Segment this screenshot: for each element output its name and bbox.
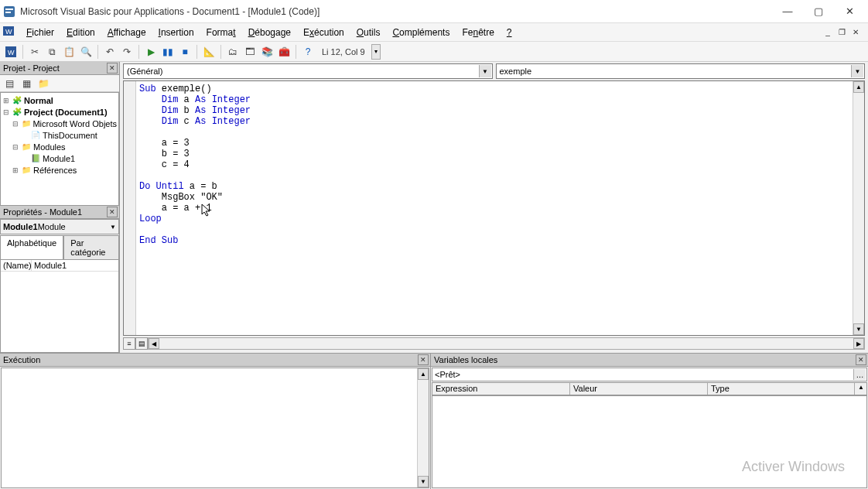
properties-window-button[interactable]: 🗔 <box>242 44 258 60</box>
reset-button[interactable]: ■ <box>177 44 193 60</box>
locals-window-title: Variables locales <box>434 355 497 364</box>
tree-modules-folder[interactable]: Modules <box>33 142 66 152</box>
svg-text:W: W <box>8 49 15 56</box>
menu-affichage[interactable]: Affichage <box>101 25 152 40</box>
margin-indicator-bar[interactable] <box>124 81 136 335</box>
vertical-scrollbar[interactable]: ▲ ▼ <box>417 368 429 487</box>
svg-rect-2 <box>5 12 11 13</box>
vertical-scrollbar[interactable]: ▲ ▼ <box>853 81 864 335</box>
scroll-left-button[interactable]: ◀ <box>149 338 159 349</box>
titlebar: Microsoft Visual Basic pour Applications… <box>0 0 868 23</box>
menu-execution[interactable]: Exécution <box>297 25 350 40</box>
locals-window-header: Variables locales ✕ <box>431 354 868 367</box>
properties-grid[interactable]: (Name) Module1 <box>0 259 119 353</box>
svg-rect-1 <box>5 9 13 10</box>
procedure-combo[interactable]: exemple ▼ <box>496 63 866 79</box>
menu-fenetre[interactable]: Fenêtre <box>456 25 500 40</box>
svg-text:W: W <box>5 28 12 36</box>
locals-window-close-button[interactable]: ✕ <box>856 354 866 365</box>
immediate-window-body[interactable]: ▲ ▼ <box>1 368 429 488</box>
project-panel-header: Projet - Project ✕ <box>0 62 119 75</box>
break-button[interactable]: ▮▮ <box>160 44 176 60</box>
undo-button[interactable]: ↶ <box>102 44 118 60</box>
locals-window: Variables locales ✕ <Prêt> … Expression … <box>431 354 868 489</box>
object-combo[interactable]: (Général) ▼ <box>123 63 493 79</box>
menu-outils[interactable]: Outils <box>350 25 387 40</box>
immediate-window-header: Exécution ✕ <box>0 354 430 367</box>
view-word-button[interactable]: W <box>3 44 19 60</box>
minimize-button[interactable]: — <box>772 1 803 22</box>
tree-word-objects[interactable]: Microsoft Word Objets <box>32 119 117 128</box>
col-expression[interactable]: Expression <box>432 383 570 395</box>
tree-project[interactable]: Project (Document1) <box>24 108 108 117</box>
scroll-down-button[interactable]: ▼ <box>853 323 864 335</box>
find-button[interactable]: 🔍 <box>78 44 94 60</box>
menu-insertion[interactable]: Insertion <box>152 25 200 40</box>
object-browser-button[interactable]: 📚 <box>259 44 275 60</box>
tab-par-categorie[interactable]: Par catégorie <box>63 235 119 259</box>
project-explorer-button[interactable]: 🗂 <box>225 44 241 60</box>
toolbar-dropdown[interactable]: ▾ <box>371 44 381 60</box>
copy-button[interactable]: ⧉ <box>44 44 60 60</box>
view-word-icon[interactable]: W <box>3 25 15 39</box>
tab-alphabetique[interactable]: Alphabétique <box>0 235 63 259</box>
menu-debogage[interactable]: Débogage <box>242 25 297 40</box>
locals-ready-row: <Prêt> … <box>432 368 867 381</box>
code-area: (Général) ▼ exemple ▼ Sub exemple() Dim … <box>120 62 868 353</box>
locals-columns-header: Expression Valeur Type ▲ <box>432 382 867 395</box>
col-type[interactable]: Type <box>708 383 855 395</box>
menu-fichier[interactable]: Fichier <box>20 25 60 40</box>
run-button[interactable]: ▶ <box>143 44 159 60</box>
scroll-down-button[interactable]: ▼ <box>418 476 429 487</box>
properties-panel-header: Propriétés - Module1 ✕ <box>0 206 119 219</box>
close-button[interactable]: ✕ <box>834 1 865 22</box>
scroll-right-button[interactable]: ▶ <box>853 338 864 349</box>
tree-normal[interactable]: Normal <box>24 96 53 105</box>
mdi-minimize-button[interactable]: _ <box>822 26 834 39</box>
scroll-up-button[interactable]: ▲ <box>418 368 429 380</box>
design-mode-button[interactable]: 📐 <box>201 44 217 60</box>
col-valeur[interactable]: Valeur <box>570 383 708 395</box>
mdi-close-button[interactable]: ✕ <box>849 26 862 39</box>
project-panel-title: Projet - Project <box>3 63 60 73</box>
project-tree[interactable]: ⊞🧩Normal ⊟🧩Project (Document1) ⊟📁Microso… <box>0 92 119 206</box>
cut-button[interactable]: ✂ <box>27 44 43 60</box>
properties-panel-close-button[interactable]: ✕ <box>107 207 118 217</box>
procedure-view-button[interactable]: ≡ <box>123 337 135 350</box>
tree-thisdocument[interactable]: ThisDocument <box>43 131 97 140</box>
prop-name-value[interactable]: Module1 <box>32 260 69 271</box>
paste-button[interactable]: 📋 <box>61 44 77 60</box>
menu-edition[interactable]: Edition <box>60 25 101 40</box>
toolbox-button[interactable]: 🧰 <box>276 44 292 60</box>
tree-references[interactable]: Références <box>33 166 77 175</box>
horizontal-scrollbar[interactable]: ◀ ▶ <box>148 337 865 350</box>
immediate-window-title: Exécution <box>3 355 40 364</box>
project-explorer-panel: Projet - Project ✕ ▤ ▦ 📁 ⊞🧩Normal ⊟🧩Proj… <box>0 62 119 206</box>
locals-expand-button[interactable]: … <box>853 369 866 380</box>
scroll-up-button[interactable]: ▲ <box>853 81 864 93</box>
tree-module1[interactable]: Module1 <box>43 154 75 163</box>
help-button[interactable]: ? <box>300 44 316 60</box>
view-code-button[interactable]: ▤ <box>2 76 17 91</box>
view-object-button[interactable]: ▦ <box>19 76 34 91</box>
chevron-down-icon[interactable]: ▼ <box>851 65 863 77</box>
menu-complements[interactable]: Compléments <box>386 25 456 40</box>
menu-format[interactable]: Format <box>200 25 242 40</box>
menubar: W Fichier Edition Affichage Insertion Fo… <box>0 23 868 42</box>
locals-body[interactable] <box>432 395 867 488</box>
scroll-up-button[interactable]: ▲ <box>855 383 866 395</box>
vba-app-icon <box>3 5 15 18</box>
toolbar: W ✂ ⧉ 📋 🔍 ↶ ↷ ▶ ▮▮ ■ 📐 🗂 🗔 📚 🧰 ? Li 12, … <box>0 42 868 62</box>
chevron-down-icon[interactable]: ▼ <box>479 65 491 77</box>
immediate-window-close-button[interactable]: ✕ <box>418 354 429 365</box>
maximize-button[interactable]: ▢ <box>803 1 834 22</box>
code-editor[interactable]: Sub exemple() Dim a As Integer Dim b As … <box>136 81 853 335</box>
menu-help[interactable]: ? <box>501 25 518 40</box>
mdi-restore-button[interactable]: ❐ <box>836 26 848 39</box>
project-panel-close-button[interactable]: ✕ <box>107 63 118 74</box>
full-module-view-button[interactable]: ▤ <box>135 337 148 350</box>
redo-button[interactable]: ↷ <box>119 44 135 60</box>
prop-name-key: (Name) <box>1 260 32 271</box>
toggle-folders-button[interactable]: 📁 <box>36 76 51 91</box>
properties-object-select[interactable]: Module1 Module ▼ <box>0 219 119 234</box>
